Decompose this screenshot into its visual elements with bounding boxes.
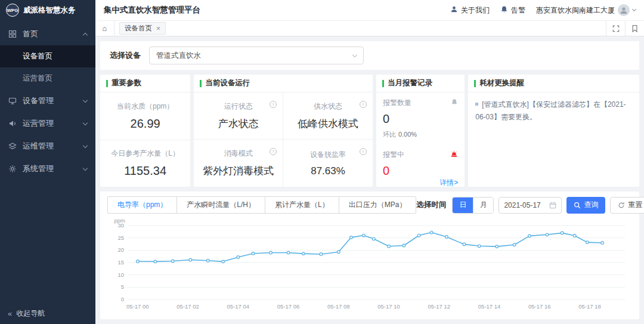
collapse-nav-button[interactable]: « 收起导航	[0, 303, 95, 324]
tab-outlet-pressure[interactable]: 出口压力（MPa）	[339, 196, 417, 214]
alarm-active-label: 报警中	[383, 150, 404, 160]
date-value: 2021-05-17	[504, 201, 540, 209]
sidebar-item-label: 运维管理	[23, 141, 54, 152]
alarm-active-cell: 报警中 0 详情>	[376, 144, 465, 193]
tab-instant-flow[interactable]: 产水瞬时流量（L/H）	[177, 196, 265, 214]
info-icon[interactable]: i	[270, 101, 277, 108]
period-day-button[interactable]: 日	[453, 198, 473, 213]
alarm-link[interactable]: 告警	[500, 5, 525, 16]
info-icon[interactable]: i	[360, 148, 367, 155]
disinfection-mode-value: 紫外灯消毒模式	[203, 164, 274, 178]
panel-header: 当月报警记录	[376, 75, 465, 92]
sidebar-item-label: 首页	[23, 29, 38, 39]
sidebar-item-home[interactable]: 首页	[0, 23, 95, 45]
alarm-details-link[interactable]: 详情>	[439, 178, 458, 188]
svg-text:05-17 00: 05-17 00	[126, 303, 149, 310]
collapse-label: 收起导航	[16, 308, 45, 319]
person-icon	[450, 5, 458, 15]
svg-text:ppm: ppm	[114, 217, 126, 224]
svg-text:0: 0	[121, 296, 124, 303]
chevron-down-icon	[83, 120, 88, 125]
calendar-icon	[549, 202, 556, 209]
panel-monthly-alarms: 当月报警记录 报警数量 0 环比0.00%	[376, 75, 465, 187]
tab-conductivity[interactable]: 电导率（ppm）	[107, 196, 177, 214]
megaphone-icon	[8, 119, 17, 128]
sidebar-item-maintenance-management[interactable]: 运维管理	[0, 135, 95, 158]
panel-title: 耗材更换提醒	[479, 78, 524, 88]
accent-bar	[106, 80, 108, 87]
info-icon[interactable]: i	[360, 101, 367, 108]
disinfection-mode-label: 消毒模式	[224, 149, 253, 159]
panel-header: 耗材更换提醒	[468, 75, 639, 92]
chart-metric-tabs: 电导率（ppm） 产水瞬时流量（L/H） 累计产水量（L） 出口压力（MPa）	[107, 196, 416, 214]
water-quality-label: 当前水质（ppm）	[117, 101, 174, 112]
monitor-icon	[8, 97, 17, 106]
sidebar-item-device-home[interactable]: 设备首页	[0, 45, 95, 67]
bookmark-button[interactable]	[625, 21, 644, 36]
query-label: 查询	[584, 200, 598, 210]
about-us-link[interactable]: 关于我们	[450, 5, 490, 16]
panel-title: 当月报警记录	[388, 78, 432, 88]
platform-title: 集中式直饮水智慧管理平台	[104, 5, 200, 16]
svg-text:25: 25	[117, 234, 124, 241]
fullscreen-button[interactable]	[606, 21, 625, 36]
svg-text:15: 15	[117, 259, 124, 266]
chevron-down-icon	[83, 165, 88, 170]
topbar: 集中式直饮水智慧管理平台 关于我们 告警 惠安直饮水闽南建工大厦	[95, 0, 644, 20]
topbar-right: 关于我们 告警 惠安直饮水闽南建工大厦	[450, 4, 636, 16]
siren-icon	[450, 150, 458, 160]
panel-title: 重要参数	[112, 78, 141, 88]
device-select[interactable]: 管道式直饮水	[149, 47, 364, 64]
svg-text:05-17 16: 05-17 16	[528, 303, 551, 310]
alarm-active-value: 0	[383, 164, 458, 178]
bookmark-icon	[631, 25, 638, 32]
alarm-label: 告警	[511, 5, 525, 16]
sidebar-item-label: 系统管理	[23, 163, 54, 174]
tabbar: ⌂ 设备首页 ×	[95, 20, 644, 36]
period-month-button[interactable]: 月	[473, 198, 493, 213]
sidebar-item-operation-management[interactable]: 运营管理	[0, 112, 95, 135]
time-controls: 选择时间 日 月 2021-05-17 查询	[416, 197, 644, 214]
home-tab-button[interactable]: ⌂	[95, 21, 114, 36]
layers-icon	[8, 142, 17, 151]
app-window: WPG 威派格智慧水务 首页 设备首页 运营首页 设备管理	[0, 0, 644, 324]
desalination-rate-value: 87.63%	[311, 165, 345, 177]
info-icon[interactable]: i	[270, 148, 277, 155]
reset-button[interactable]: 重置	[610, 197, 644, 214]
svg-text:05-17 14: 05-17 14	[478, 303, 501, 310]
chart-card: 电导率（ppm） 产水瞬时流量（L/H） 累计产水量（L） 出口压力（MPa） …	[100, 192, 639, 319]
ratio-value: 0.00%	[398, 131, 417, 138]
chart-area: 051015202530ppm05-17 0005-17 0205-17 040…	[107, 217, 632, 314]
fullscreen-icon	[612, 25, 620, 32]
consumable-reminder: [管道式直饮水]【保安过滤器滤芯】在【2021-06-03】需要更换。	[468, 92, 639, 129]
panels-row: 重要参数 当前水质（ppm） 26.99 今日参考产水量（L） 1155.34 …	[100, 75, 639, 187]
user-menu[interactable]: 惠安直饮水闽南建工大厦	[536, 4, 636, 16]
tab-total-output[interactable]: 累计产水量（L）	[265, 196, 339, 214]
sidebar-item-device-management[interactable]: 设备管理	[0, 90, 95, 112]
tab-label: 设备首页	[125, 24, 152, 33]
supply-status-cell: 供水状态 低峰供水模式 i	[283, 92, 373, 140]
supply-status-value: 低峰供水模式	[298, 117, 358, 131]
consumable-message: [管道式直饮水]【保安过滤器滤芯】在【2021-06-03】需要更换。	[475, 100, 626, 121]
bell-icon	[451, 98, 458, 107]
svg-text:05-17 08: 05-17 08	[327, 303, 350, 310]
accent-bar	[382, 80, 384, 87]
close-icon[interactable]: ×	[156, 25, 160, 32]
dashboard-icon	[8, 30, 17, 39]
svg-text:05-17 12: 05-17 12	[428, 303, 451, 310]
conductivity-line-chart: 051015202530ppm05-17 0005-17 0205-17 040…	[107, 217, 632, 311]
date-picker[interactable]: 2021-05-17	[499, 197, 562, 214]
avatar	[618, 4, 630, 16]
chevron-down-icon	[83, 143, 88, 147]
sidebar-item-system-management[interactable]: 系统管理	[0, 158, 95, 180]
water-quality-cell: 当前水质（ppm） 26.99	[100, 92, 190, 140]
running-status-label: 运行状态	[224, 101, 253, 112]
panel-consumables: 耗材更换提醒 [管道式直饮水]【保安过滤器滤芯】在【2021-06-03】需要更…	[468, 75, 639, 187]
tab-device-home[interactable]: 设备首页 ×	[119, 22, 166, 35]
query-button[interactable]: 查询	[566, 197, 605, 214]
daily-output-value: 1155.34	[124, 164, 166, 178]
panel-header: 重要参数	[100, 75, 190, 92]
daily-output-label: 今日参考产水量（L）	[111, 149, 179, 159]
chevron-up-icon	[83, 33, 88, 38]
sidebar-item-operation-home[interactable]: 运营首页	[0, 67, 95, 90]
